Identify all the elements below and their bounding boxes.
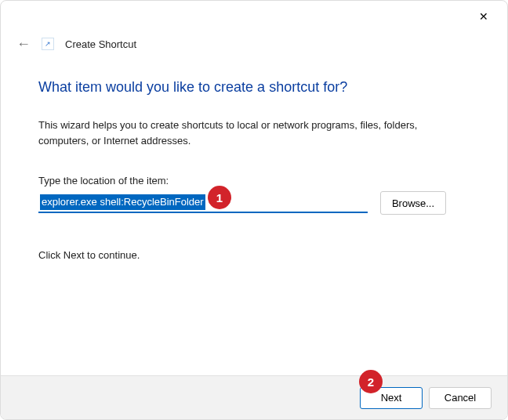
content-area: What item would you like to create a sho… [1,56,507,261]
titlebar: ✕ [1,1,507,32]
continue-text: Click Next to continue. [38,249,470,261]
page-heading: What item would you like to create a sho… [38,79,470,96]
description-text: This wizard helps you to create shortcut… [38,118,462,148]
close-icon: ✕ [479,10,488,23]
cancel-button[interactable]: Cancel [429,387,492,409]
footer: Next Cancel [1,375,507,419]
back-button[interactable]: ← [16,36,31,52]
input-row: explorer.exe shell:RecycleBinFolder Brow… [38,191,470,215]
window-title: Create Shortcut [65,38,136,50]
location-label: Type the location of the item: [38,175,470,186]
annotation-callout-1: 1 [208,186,231,209]
location-input[interactable]: explorer.exe shell:RecycleBinFolder [38,193,368,213]
header-row: ← Create Shortcut [1,32,507,56]
back-arrow-icon: ← [16,36,31,52]
close-button[interactable]: ✕ [466,5,501,28]
shortcut-icon [42,38,54,50]
browse-button[interactable]: Browse... [380,191,446,215]
location-input-selection: explorer.exe shell:RecycleBinFolder [40,194,205,210]
annotation-callout-2: 2 [359,370,383,393]
